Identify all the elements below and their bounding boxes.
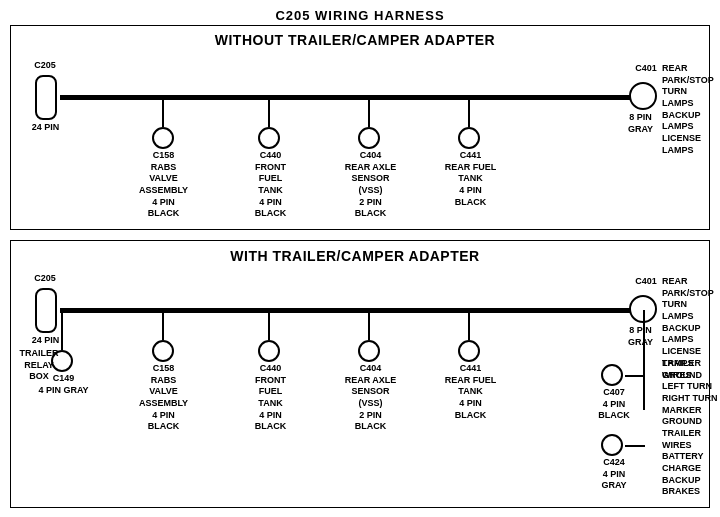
trailer-relay-label: TRAILERRELAYBOX <box>14 348 64 383</box>
section1-label: WITHOUT TRAILER/CAMPER ADAPTER <box>155 32 555 48</box>
section2-label: WITH TRAILER/CAMPER ADAPTER <box>155 248 555 264</box>
section2-mainline <box>60 308 650 313</box>
page-title: C205 WIRING HARNESS <box>0 0 720 23</box>
c158-1-connector <box>152 127 174 149</box>
c441-2-label: C441REAR FUELTANK4 PIN BLACK <box>443 363 498 421</box>
c441-1-connector <box>458 127 480 149</box>
c424-hline <box>625 445 645 447</box>
c440-2-vline <box>268 310 270 340</box>
c205-2-connector <box>35 288 57 333</box>
c401-1-sublabel: 8 PINGRAY <box>618 112 663 135</box>
c407-label: C4074 PINBLACK <box>595 387 633 422</box>
c440-2-connector <box>258 340 280 362</box>
c440-1-connector <box>258 127 280 149</box>
c149-vline <box>61 310 63 350</box>
c401-2-label: C401 <box>626 276 666 288</box>
c404-2-connector <box>358 340 380 362</box>
c205-2-sublabel: 24 PIN <box>18 335 73 347</box>
c205-1-label: C205 <box>20 60 70 72</box>
c424-rightlabel: TRAILER WIRESBATTERY CHARGEBACKUPBRAKES <box>662 428 720 498</box>
c440-2-label: C440FRONT FUELTANK4 PIN BLACK <box>243 363 298 433</box>
section1-mainline <box>60 95 650 100</box>
c407-rightlabel: TRAILER WIRESLEFT TURNRIGHT TURNMARKERGR… <box>662 358 720 428</box>
c401-1-label: C401 <box>626 63 666 75</box>
c424-label: C4244 PINGRAY <box>595 457 633 492</box>
c440-1-vline <box>268 97 270 127</box>
c158-1-label: C158RABS VALVEASSEMBLY4 PIN BLACK <box>136 150 191 220</box>
wiring-diagram: C205 WIRING HARNESS WITHOUT TRAILER/CAMP… <box>0 0 720 500</box>
c404-2-label: C404REAR AXLESENSOR(VSS)2 PIN BLACK <box>343 363 398 433</box>
right-vline <box>643 310 645 410</box>
c205-1-sublabel: 24 PIN <box>18 122 73 134</box>
c440-1-label: C440FRONT FUELTANK4 PIN BLACK <box>243 150 298 220</box>
c205-2-label: C205 <box>20 273 70 285</box>
c401-2-sublabel: 8 PINGRAY <box>618 325 663 348</box>
c158-2-connector <box>152 340 174 362</box>
c158-2-vline <box>162 310 164 340</box>
c404-1-connector <box>358 127 380 149</box>
c158-2-label: C158RABS VALVEASSEMBLY4 PIN BLACK <box>136 363 191 433</box>
c407-connector <box>601 364 623 386</box>
c441-1-vline <box>468 97 470 127</box>
c205-1-connector <box>35 75 57 120</box>
c404-1-label: C404REAR AXLESENSOR(VSS)2 PIN BLACK <box>343 150 398 220</box>
c441-2-vline <box>468 310 470 340</box>
c404-2-vline <box>368 310 370 340</box>
c401-1-rightlabel: REAR PARK/STOPTURN LAMPSBACKUP LAMPSLICE… <box>662 63 720 157</box>
c441-2-connector <box>458 340 480 362</box>
c424-connector <box>601 434 623 456</box>
c441-1-label: C441REAR FUELTANK4 PIN BLACK <box>443 150 498 208</box>
c404-1-vline <box>368 97 370 127</box>
c401-1-connector <box>629 82 657 110</box>
c407-hline <box>625 375 645 377</box>
c158-1-vline <box>162 97 164 127</box>
